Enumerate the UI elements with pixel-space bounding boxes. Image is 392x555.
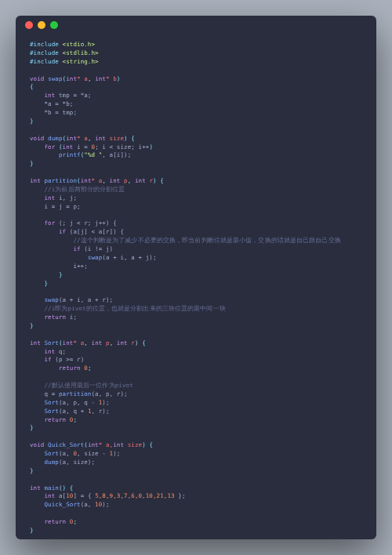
- type-kw: int: [30, 339, 41, 346]
- type-kw: int: [44, 348, 55, 355]
- type-kw: int: [44, 492, 55, 499]
- include-header: <stdio.h>: [63, 41, 96, 48]
- param: * a: [73, 339, 84, 346]
- for-kw: for: [44, 219, 55, 227]
- maximize-icon[interactable]: [50, 21, 58, 29]
- semicolon: ;: [73, 518, 77, 525]
- return-kw: return: [44, 416, 66, 423]
- code-text: (i != j): [81, 245, 114, 252]
- code-text: );: [102, 501, 109, 508]
- code-text: (p >= r): [52, 356, 85, 363]
- comma: ,: [102, 177, 109, 184]
- type-kw: int: [44, 194, 55, 201]
- close-icon[interactable]: [25, 21, 33, 29]
- brace: }: [30, 527, 34, 534]
- comma: ,: [110, 339, 117, 346]
- return-kw: return: [44, 518, 66, 525]
- brace: {: [70, 484, 74, 492]
- code-text: (; j < r; j++) {: [55, 219, 116, 227]
- include-kw: #include: [30, 58, 59, 65]
- param: size: [106, 135, 124, 142]
- include-header: <stdlib.h>: [63, 49, 99, 56]
- code-text: i;: [66, 314, 77, 321]
- brace: {: [149, 441, 153, 448]
- code-text: , size -: [77, 450, 110, 457]
- type-kw: int: [135, 177, 146, 184]
- brace: }: [30, 467, 34, 474]
- comma: ,: [84, 339, 91, 346]
- fn-call: partition: [59, 390, 92, 397]
- type-kw: int: [44, 92, 55, 99]
- fn-call: Sort: [44, 408, 58, 415]
- brace: }: [30, 118, 34, 125]
- comment: //这个判断是为了减少不必要的交换，即当前判断位就是最小值，交换的话就是自己跟自…: [73, 237, 340, 244]
- minimize-icon[interactable]: [38, 21, 45, 29]
- type-kw: int: [117, 339, 128, 346]
- brace: {: [131, 135, 135, 142]
- code-text: );: [102, 399, 109, 406]
- type-kw: int: [63, 143, 74, 151]
- code-text: (a + i, a + r);: [59, 296, 113, 303]
- type-kw: int: [30, 177, 41, 184]
- code-text: };: [175, 492, 186, 499]
- code-text: (a, q +: [59, 408, 88, 415]
- param: * a: [77, 75, 88, 82]
- type-kw: int: [92, 339, 103, 346]
- fn-call: printf: [59, 151, 81, 158]
- code-text: i, j;: [55, 194, 77, 201]
- code-text: , r);: [92, 408, 110, 415]
- code-text: a[: [55, 492, 66, 499]
- brace: {: [30, 83, 34, 90]
- paren: ): [153, 177, 157, 184]
- return-kw: return: [44, 314, 66, 321]
- param: * a: [77, 135, 88, 142]
- comment: //默认使用最后一位作为pivot: [44, 382, 132, 389]
- brace: }: [30, 424, 34, 431]
- number: 10: [95, 501, 102, 508]
- code-text: q =: [44, 390, 58, 397]
- semicolon: ;: [88, 365, 92, 372]
- code-text: *b = tmp;: [44, 109, 77, 116]
- if-kw: if: [44, 356, 51, 363]
- param: p: [102, 339, 109, 346]
- type-kw: void: [30, 135, 44, 142]
- fn-call: swap: [88, 254, 102, 261]
- param: * b: [106, 75, 117, 82]
- if-kw: if: [73, 245, 80, 252]
- param: * a: [92, 177, 103, 184]
- code-text: (a, size);: [59, 459, 95, 466]
- type-kw: void: [30, 75, 44, 82]
- param: p: [120, 177, 127, 184]
- code-text: (a, p, q -: [59, 399, 99, 406]
- brace: }: [30, 160, 34, 167]
- code-text: (a[j] < a[r]) {: [66, 228, 124, 235]
- paren: ): [124, 135, 128, 142]
- code-window: #include <stdio.h> #include <stdlib.h> #…: [16, 16, 376, 539]
- code-text: , a[i]);: [102, 151, 131, 158]
- comment: //i为前后两部分的分割位置: [44, 186, 125, 193]
- comma: ,: [88, 75, 95, 82]
- param: * a,: [99, 441, 113, 448]
- fn-call: Quick_Sort: [44, 501, 80, 508]
- type-kw: int: [110, 177, 121, 184]
- code-text: (a + i, a + j);: [102, 254, 156, 261]
- code-editor: #include <stdio.h> #include <stdlib.h> #…: [16, 34, 376, 539]
- fn-name: swap: [48, 75, 62, 82]
- brace: {: [160, 177, 164, 184]
- code-text: );: [113, 450, 120, 457]
- code-text: ; i < size; i++: [95, 143, 149, 151]
- brace: }: [30, 322, 34, 329]
- fn-call: Sort: [44, 450, 58, 457]
- type-kw: int: [30, 484, 41, 492]
- fn-call: Sort: [44, 399, 58, 406]
- return-kw: return: [59, 365, 81, 372]
- code-text: q;: [55, 348, 66, 355]
- code-text: i =: [73, 143, 91, 151]
- code-text: tmp = *a;: [55, 92, 91, 99]
- include-kw: #include: [30, 41, 59, 48]
- for-kw: for: [44, 143, 55, 151]
- type-kw: int: [66, 135, 77, 142]
- number: 5,8,9,3,7,6,0,10,21,13: [95, 492, 175, 499]
- paren: ): [117, 75, 121, 82]
- code-text: (a, p, r);: [91, 390, 127, 397]
